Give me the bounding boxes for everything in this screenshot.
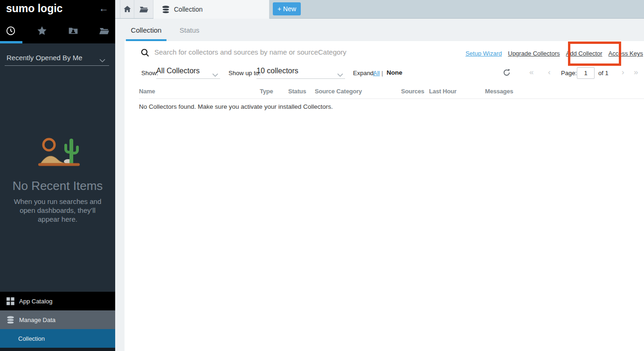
sidebar-footer: [0, 348, 115, 351]
sidebar-tab-library[interactable]: [99, 26, 110, 36]
recent-items-dropdown-label: Recently Opened By Me: [7, 54, 83, 62]
sumo-logic-logo: sumo logic: [6, 2, 62, 15]
sidebar-item-manage-data[interactable]: Manage Data: [0, 310, 115, 329]
last-page-button[interactable]: »: [634, 68, 638, 77]
collapse-sidebar-button[interactable]: ←: [99, 3, 109, 14]
access-keys-link[interactable]: Access Keys: [609, 50, 643, 57]
sun-icon: [43, 139, 55, 150]
recent-items-dropdown[interactable]: Recently Opened By Me: [5, 50, 109, 66]
refresh-button[interactable]: [503, 69, 511, 77]
show-filter-dropdown[interactable]: All Collectors: [156, 67, 220, 79]
action-links: Setup Wizard Upgrade Collectors Add Coll…: [465, 50, 643, 57]
tab-strip: Collection + New: [115, 0, 644, 19]
tab-collection[interactable]: Collection: [126, 26, 166, 34]
page-label: Page:: [561, 70, 577, 77]
sidebar-item-app-catalog[interactable]: App Catalog: [0, 292, 115, 310]
column-header-source-category: Source Category: [315, 88, 362, 95]
expand-label: Expand:: [353, 70, 375, 77]
limit-filter-label: Show up to:: [229, 70, 261, 77]
app-window: sumo logic ←: [0, 0, 644, 351]
personal-folder-icon: [68, 26, 78, 36]
sidebar-tab-favorites[interactable]: [37, 26, 47, 36]
collectors-table-header: Name Type Status Source Category Sources…: [139, 87, 644, 99]
limit-filter-value: 10 collectors: [256, 67, 298, 75]
scrollbar-gutter[interactable]: [115, 41, 125, 351]
collection-content: Setup Wizard Upgrade Collectors Add Coll…: [115, 41, 644, 351]
arrow-left-icon: ←: [99, 3, 109, 14]
sidebar-tab-active-indicator: [0, 41, 22, 43]
expand-none-link[interactable]: None: [387, 69, 402, 76]
show-filter-value: All Collectors: [156, 67, 200, 75]
no-recent-items-message: When you run searches and open dashboard…: [10, 197, 105, 224]
upgrade-collectors-link[interactable]: Upgrade Collectors: [508, 50, 560, 57]
sidebar: sumo logic ←: [0, 0, 115, 351]
chevron-down-icon: [337, 70, 343, 79]
expand-separator: |: [381, 70, 383, 77]
column-header-type: Type: [260, 88, 273, 95]
home-tab-button[interactable]: [120, 0, 134, 18]
tab-strip-segment: [115, 0, 120, 18]
add-collector-link[interactable]: Add Collector: [566, 50, 602, 57]
column-header-status: Status: [288, 88, 306, 95]
library-tab-button[interactable]: [134, 0, 153, 18]
sidebar-tab-recents[interactable]: [6, 26, 16, 36]
sidebar-item-label: Collection: [18, 335, 45, 342]
no-recent-items-title: No Recent Items: [0, 179, 115, 193]
grid-icon: [7, 297, 14, 305]
expand-all-link[interactable]: All: [373, 70, 380, 77]
new-button-label: + New: [277, 5, 296, 13]
next-page-button[interactable]: ›: [622, 68, 624, 77]
sidebar-item-collection[interactable]: Collection: [0, 329, 115, 348]
sidebar-item-label: App Catalog: [19, 298, 53, 305]
chevron-down-icon: [99, 56, 105, 64]
page-number-input[interactable]: [577, 67, 595, 79]
clock-icon: [6, 26, 16, 36]
column-header-last-hour: Last Hour: [429, 88, 457, 95]
star-icon: [37, 26, 47, 36]
refresh-icon: [503, 69, 511, 77]
folder-icon: [139, 6, 148, 13]
home-icon: [124, 6, 131, 13]
main-area: Collection + New Collection Status: [115, 0, 644, 351]
sidebar-header: sumo logic ←: [0, 0, 115, 43]
collection-tab-label: Collection: [174, 6, 202, 13]
search-icon: [141, 49, 149, 59]
collection-tab[interactable]: Collection: [153, 0, 270, 19]
empty-table-message: No Collectors found. Make sure you activ…: [139, 103, 333, 110]
column-header-sources: Sources: [401, 88, 424, 95]
new-button[interactable]: + New: [273, 2, 301, 15]
column-header-messages: Messages: [485, 88, 513, 95]
desert-illustration: [29, 134, 86, 170]
first-page-button[interactable]: «: [529, 68, 533, 77]
database-icon: [7, 316, 14, 324]
previous-page-button[interactable]: ‹: [548, 68, 551, 77]
show-filter-label: Show:: [141, 70, 158, 77]
column-header-name: Name: [139, 88, 155, 95]
sidebar-item-label: Manage Data: [19, 316, 55, 323]
tab-status[interactable]: Status: [180, 26, 200, 34]
chevron-down-icon: [212, 70, 218, 79]
setup-wizard-link[interactable]: Setup Wizard: [465, 50, 502, 57]
limit-filter-dropdown[interactable]: 10 collectors: [256, 67, 345, 79]
dune-shape: [41, 156, 68, 163]
open-folder-icon: [99, 26, 110, 36]
database-icon: [162, 6, 170, 14]
sidebar-tab-personal-folder[interactable]: [68, 26, 78, 36]
search-input[interactable]: [154, 45, 415, 58]
page-tabs: Collection Status: [115, 19, 644, 41]
page-count-label: of 1: [598, 70, 609, 77]
